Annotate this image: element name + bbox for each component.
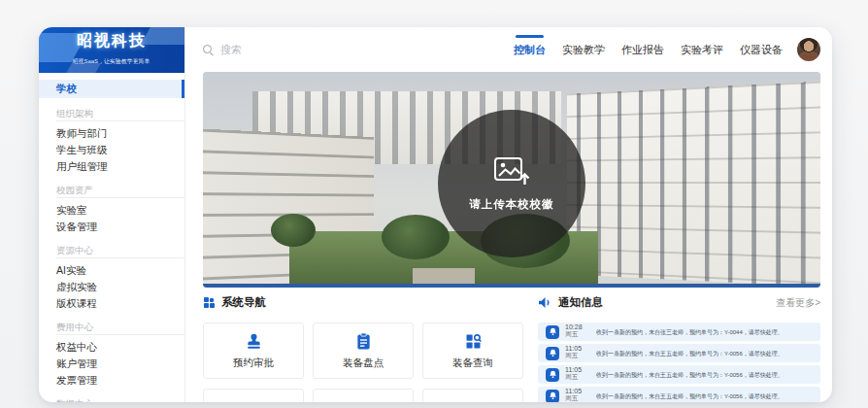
stamp-icon <box>244 331 264 352</box>
bottom-panels: 系统导航 预约审批 <box>203 295 820 402</box>
clipboard-icon <box>353 331 374 352</box>
school-banner-photo: 请上传本校校徽 <box>203 72 820 288</box>
nav-tab[interactable]: 仪器设备 <box>740 27 783 72</box>
notifications-panel: 通知信息 查看更多> <box>538 295 820 402</box>
sidebar-item-label: 数据中心 <box>56 398 93 403</box>
main-area: 搜索 控制台 实验教学 作业报告 <box>185 27 832 402</box>
sidebar-item-label: 用户组管理 <box>56 160 108 174</box>
speaker-icon <box>538 296 552 309</box>
nav-tab-label: 实验教学 <box>562 43 605 57</box>
sidebar-item[interactable]: 学生与班级 <box>39 142 184 158</box>
bell-icon <box>546 347 559 360</box>
sidebar-item[interactable]: 实验室 <box>39 202 184 219</box>
top-nav-tabs: 控制台 实验教学 作业报告 实验考评 <box>514 27 783 72</box>
panel-title: 通知信息 <box>558 295 603 310</box>
brand-title: 昭视科技 <box>77 33 147 49</box>
user-avatar[interactable] <box>797 38 820 61</box>
sidebar-item-label: 校园资产 <box>56 185 93 197</box>
nav-tab-label: 实验考评 <box>681 43 723 57</box>
sidebar-item-label: 费用中心 <box>56 322 93 334</box>
desktop-background: 昭视科技 昭视SaaS，让实验教学更简单 学校 组织架构 教师与部门 <box>0 0 868 408</box>
panel-title: 系统导航 <box>221 295 266 310</box>
sidebar-item[interactable]: 教师与部门 <box>39 125 184 142</box>
sidebar-item-label: 账户管理 <box>56 357 97 371</box>
sidebar-item-label: 设备管理 <box>56 221 97 234</box>
nav-tab[interactable]: 实验考评 <box>681 27 723 72</box>
notification-time: 11:05周五 <box>565 346 584 361</box>
notification-text: 收到一条新的预约，来自张三老师，预约单号为：Y-0044，请尽快处理。 <box>596 327 726 335</box>
nav-card-approval[interactable]: 预约审批 <box>203 323 304 379</box>
nav-tab[interactable]: 实验教学 <box>562 27 605 72</box>
sidebar-item: 费用中心 <box>56 321 184 335</box>
sidebar-item[interactable]: 发票管理 <box>39 372 184 389</box>
search-icon <box>203 45 214 55</box>
notification-item[interactable]: 11:05周五 收到一条新的预约，来自王五老师，预约单号为：Y-0056，请尽快… <box>538 365 820 384</box>
nav-card-query[interactable]: 装备查询 <box>422 323 523 379</box>
nav-card-partial[interactable] <box>422 389 523 402</box>
nav-card-label: 装备盘点 <box>343 357 384 370</box>
nav-card-inventory[interactable]: 装备盘点 <box>313 323 414 379</box>
sidebar-item-label: 组织架构 <box>56 108 93 120</box>
nav-card-partial[interactable] <box>203 389 304 402</box>
system-nav-panel: 系统导航 预约审批 <box>203 295 523 402</box>
sidebar-item[interactable]: 设备管理 <box>39 219 184 235</box>
upload-image-icon <box>493 155 530 187</box>
app-logo: 昭视科技 昭视SaaS，让实验教学更简单 <box>39 27 184 73</box>
notification-text: 收到一条新的预约，来自王五老师，预约单号为：Y-0056，请尽快处理。 <box>596 391 726 399</box>
sidebar-item-label: 实验室 <box>56 204 87 218</box>
sidebar-menu: 学校 组织架构 教师与部门 学生与班级 用户组管理 <box>39 73 184 402</box>
notification-time: 10:28周五 <box>565 324 584 340</box>
notification-time: 11:05周五 <box>565 367 584 383</box>
sidebar-item-label: 版权课程 <box>56 297 97 311</box>
sidebar-item[interactable]: AI实验 <box>39 262 184 279</box>
sidebar-item-label: 教师与部门 <box>56 127 108 141</box>
notifications-header: 通知信息 查看更多> <box>538 295 820 310</box>
sidebar-item[interactable]: 权益中心 <box>39 339 184 356</box>
sidebar-item-label: AI实验 <box>56 264 86 278</box>
grid-search-icon <box>463 331 484 352</box>
bell-icon <box>546 390 559 403</box>
nav-tab-label: 作业报告 <box>621 43 664 57</box>
logo-decor-shape <box>140 27 184 45</box>
sidebar-item[interactable]: 账户管理 <box>39 356 184 372</box>
nav-card-label: 装备查询 <box>452 357 493 370</box>
nav-tab-label: 控制台 <box>514 43 546 57</box>
sidebar-item[interactable]: 学校 <box>39 80 184 98</box>
sidebar-item-label: 资源中心 <box>56 245 93 257</box>
upload-hint-text: 请上传本校校徽 <box>469 197 554 212</box>
nav-card-label: 预约审批 <box>233 357 274 370</box>
sidebar-item[interactable]: 虚拟实验 <box>39 279 184 295</box>
bell-icon <box>546 368 559 382</box>
notification-list: 10:28周五 收到一条新的预约，来自张三老师，预约单号为：Y-0044，请尽快… <box>538 323 820 402</box>
top-bar: 搜索 控制台 实验教学 作业报告 <box>203 27 820 72</box>
nav-cards-row-2 <box>203 389 523 402</box>
notification-time: 11:05周五 <box>565 389 584 402</box>
sidebar-item-label: 学生与班级 <box>56 144 108 157</box>
nav-tab-label: 仪器设备 <box>740 43 783 57</box>
nav-card-partial[interactable] <box>313 389 414 402</box>
notification-item[interactable]: 11:05周五 收到一条新的预约，来自王五老师，预约单号为：Y-0056，请尽快… <box>538 387 820 402</box>
nav-tab[interactable]: 作业报告 <box>621 27 664 72</box>
sidebar-item[interactable]: 用户组管理 <box>39 158 184 175</box>
sidebar-item-label: 虚拟实验 <box>56 281 97 294</box>
notification-item[interactable]: 11:05周五 收到一条新的预约，来自王五老师，预约单号为：Y-0056，请尽快… <box>538 344 820 362</box>
system-nav-header: 系统导航 <box>203 295 523 310</box>
notification-text: 收到一条新的预约，来自王五老师，预约单号为：Y-0056，请尽快处理。 <box>596 349 726 357</box>
sidebar-item-label: 发票管理 <box>56 374 97 388</box>
apps-grid-icon <box>203 296 216 309</box>
sidebar-item: 组织架构 <box>56 107 184 121</box>
app-window: 昭视科技 昭视SaaS，让实验教学更简单 学校 组织架构 教师与部门 <box>39 27 832 402</box>
search-placeholder: 搜索 <box>220 43 242 57</box>
sidebar-item[interactable]: 版权课程 <box>39 295 184 312</box>
sidebar-item: 资源中心 <box>56 244 184 258</box>
nav-tab[interactable]: 控制台 <box>514 27 546 72</box>
sidebar: 昭视科技 昭视SaaS，让实验教学更简单 学校 组织架构 教师与部门 <box>39 27 185 402</box>
sidebar-item: 校园资产 <box>56 184 184 198</box>
notification-item[interactable]: 10:28周五 收到一条新的预约，来自张三老师，预约单号为：Y-0044，请尽快… <box>538 323 820 341</box>
view-more-link[interactable]: 查看更多> <box>776 296 820 310</box>
search-input[interactable]: 搜索 <box>203 43 242 57</box>
sidebar-item-label: 学校 <box>56 83 77 96</box>
banner-bottom-band <box>203 284 820 288</box>
upload-logo-button[interactable]: 请上传本校校徽 <box>438 110 585 257</box>
banner-building-right <box>566 81 820 288</box>
